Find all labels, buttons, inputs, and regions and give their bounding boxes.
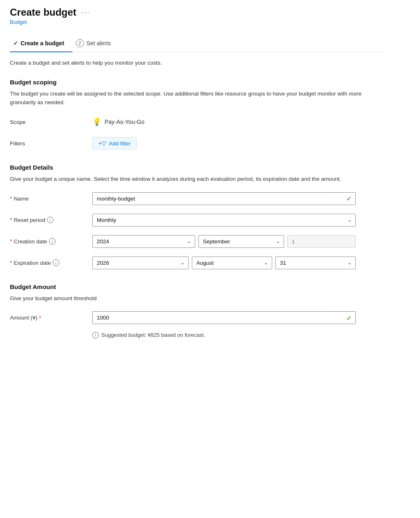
tab-create-budget[interactable]: ✓ Create a budget — [10, 35, 72, 52]
expiration-date-control: 2024 2025 2026 2027 2028 ⌄ January Febru… — [92, 257, 356, 269]
filters-control: +▽ Add filter — [92, 137, 356, 149]
expiration-month-select[interactable]: January February March April May June Ju… — [192, 257, 272, 269]
budget-amount-section: Budget Amount Give your budget amount th… — [10, 283, 385, 338]
expiration-day-wrapper: 12345 678910 1112131415 1617181920 21222… — [275, 257, 356, 269]
budget-details-section: Budget Details Give your budget a unique… — [10, 164, 385, 270]
page-subtitle: Budget — [10, 19, 385, 25]
creation-date-info-icon[interactable]: i — [49, 238, 56, 245]
budget-scoping-description: The budget you create will be assigned t… — [10, 90, 385, 107]
tab-check-icon: ✓ — [13, 40, 18, 47]
creation-month-select[interactable]: January February March April May June Ju… — [198, 235, 284, 248]
amount-control: ✓ — [92, 311, 356, 324]
budget-details-title: Budget Details — [10, 164, 385, 171]
expiration-date-required-star: * — [10, 259, 12, 266]
expiration-year-select[interactable]: 2024 2025 2026 2027 2028 — [92, 257, 189, 269]
creation-month-wrapper: January February March April May June Ju… — [198, 235, 284, 248]
name-row: * Name ✓ — [10, 191, 385, 206]
budget-details-description: Give your budget a unique name. Select t… — [10, 175, 385, 184]
tab-set-alerts-badge: 2 — [76, 39, 84, 47]
amount-input-wrapper: ✓ — [92, 311, 356, 324]
name-check-icon: ✓ — [346, 195, 352, 203]
suggested-budget-row: i Suggested budget: ¥825 based on foreca… — [92, 332, 385, 338]
reset-period-select[interactable]: Monthly Quarterly Annually BillingMonth … — [92, 214, 356, 226]
expiration-date-info-icon[interactable]: i — [53, 259, 59, 266]
tab-set-alerts-label: Set alerts — [86, 40, 111, 47]
name-input[interactable] — [92, 192, 356, 205]
budget-amount-title: Budget Amount — [10, 283, 385, 290]
budget-amount-description: Give your budget amount threshold — [10, 294, 385, 303]
filters-label: Filters — [10, 140, 92, 147]
expiration-day-select[interactable]: 12345 678910 1112131415 1617181920 21222… — [275, 257, 356, 269]
creation-year-wrapper: 2023 2024 2025 ⌄ — [92, 235, 195, 248]
creation-day-wrapper — [287, 235, 356, 248]
tab-description: Create a budget and set alerts to help y… — [10, 59, 385, 67]
budget-scoping-title: Budget scoping — [10, 79, 385, 86]
tabs-container: ✓ Create a budget 2 Set alerts — [10, 35, 385, 52]
scope-label: Scope — [10, 119, 92, 125]
amount-row: Amount (¥) * ✓ — [10, 310, 385, 325]
add-filter-label: Add filter — [109, 140, 131, 147]
filters-row: Filters +▽ Add filter — [10, 136, 385, 151]
amount-input[interactable] — [92, 311, 356, 324]
amount-label: Amount (¥) * — [10, 315, 92, 321]
expiration-date-label: * Expiration date i — [10, 259, 92, 266]
creation-day-input — [287, 235, 356, 248]
reset-period-row: * Reset period i Monthly Quarterly Annua… — [10, 212, 385, 227]
scope-row: Scope 💡 Pay-As-You-Go — [10, 114, 385, 129]
scope-value-container: 💡 Pay-As-You-Go — [92, 117, 356, 126]
name-control: ✓ — [92, 192, 356, 205]
creation-year-select[interactable]: 2023 2024 2025 — [92, 235, 195, 248]
name-label: * Name — [10, 195, 92, 202]
name-required-star: * — [10, 195, 12, 202]
suggested-budget-info-icon: i — [92, 332, 99, 338]
reset-period-select-wrapper: Monthly Quarterly Annually BillingMonth … — [92, 214, 356, 226]
expiration-year-wrapper: 2024 2025 2026 2027 2028 ⌄ — [92, 257, 189, 269]
more-options-icon[interactable]: ··· — [81, 8, 90, 17]
reset-period-label: * Reset period i — [10, 217, 92, 223]
scope-icon: 💡 — [92, 117, 101, 126]
scope-value: 💡 Pay-As-You-Go — [92, 117, 356, 126]
add-filter-button[interactable]: +▽ Add filter — [92, 137, 137, 149]
creation-date-required-star: * — [10, 238, 12, 245]
creation-date-row: * Creation date i 2023 2024 2025 ⌄ Janua… — [10, 234, 385, 249]
tab-create-budget-label: Create a budget — [21, 40, 64, 47]
page-title: Create budget — [10, 7, 76, 18]
reset-period-info-icon[interactable]: i — [47, 217, 54, 223]
creation-date-label: * Creation date i — [10, 238, 92, 245]
scope-name: Pay-As-You-Go — [105, 119, 145, 125]
amount-check-icon: ✓ — [346, 314, 352, 322]
creation-date-control: 2023 2024 2025 ⌄ January February March … — [92, 235, 356, 248]
reset-period-required-star: * — [10, 217, 12, 223]
reset-period-control: Monthly Quarterly Annually BillingMonth … — [92, 214, 356, 226]
amount-required-star: * — [39, 315, 41, 321]
name-input-wrapper: ✓ — [92, 192, 356, 205]
expiration-month-wrapper: January February March April May June Ju… — [192, 257, 272, 269]
budget-scoping-section: Budget scoping The budget you create wil… — [10, 79, 385, 151]
add-filter-icon: +▽ — [98, 140, 106, 147]
expiration-date-row: * Expiration date i 2024 2025 2026 2027 … — [10, 255, 385, 270]
tab-set-alerts[interactable]: 2 Set alerts — [72, 35, 119, 52]
suggested-budget-text: Suggested budget: ¥825 based on forecast… — [101, 332, 205, 338]
